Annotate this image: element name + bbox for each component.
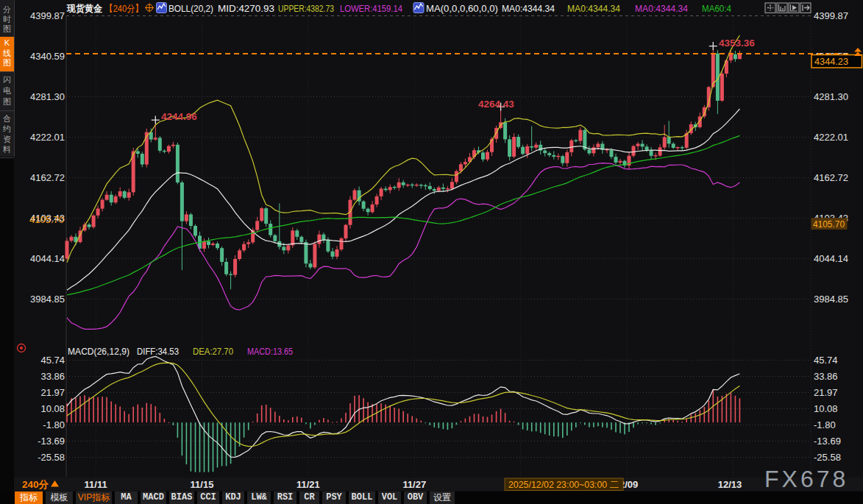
svg-text:33.86: 33.86 <box>814 371 838 382</box>
svg-text:-13.69: -13.69 <box>814 436 841 447</box>
svg-text:2025/12/02 23:00~03:00 二: 2025/12/02 23:00~03:00 二 <box>508 479 619 490</box>
svg-text:4244.96: 4244.96 <box>161 111 197 122</box>
svg-text:45.74: 45.74 <box>814 355 838 366</box>
svg-text:-1.80: -1.80 <box>43 419 65 430</box>
svg-text:4162.72: 4162.72 <box>814 172 848 183</box>
svg-text:-25.58: -25.58 <box>814 452 841 463</box>
svg-text:DEA:27.70: DEA:27.70 <box>193 347 233 357</box>
svg-text:【240分】: 【240分】 <box>105 3 143 14</box>
svg-text:-13.69: -13.69 <box>38 436 65 447</box>
svg-text:MA0:4344.34: MA0:4344.34 <box>502 4 555 14</box>
svg-text:33.86: 33.86 <box>40 371 65 382</box>
svg-text:4264.43: 4264.43 <box>478 99 514 110</box>
svg-text:4353.36: 4353.36 <box>719 38 755 49</box>
svg-text:4340.59: 4340.59 <box>30 51 65 62</box>
svg-text:11/11: 11/11 <box>85 479 107 490</box>
svg-text:3984.85: 3984.85 <box>814 294 848 305</box>
svg-text:4222.01: 4222.01 <box>30 132 65 143</box>
svg-text:4162.72: 4162.72 <box>30 172 65 183</box>
svg-text:4399.87: 4399.87 <box>814 10 848 21</box>
svg-text:21.97: 21.97 <box>814 387 838 398</box>
svg-text:240分: 240分 <box>22 479 49 490</box>
svg-text:UPPER:4382.73: UPPER:4382.73 <box>278 4 334 14</box>
svg-text:11/15: 11/15 <box>191 479 214 490</box>
svg-text:LOWER:4159.14: LOWER:4159.14 <box>340 4 402 14</box>
svg-text:现货黄金: 现货黄金 <box>66 3 103 14</box>
svg-text:21.97: 21.97 <box>40 387 65 398</box>
svg-text:4105.70: 4105.70 <box>29 214 64 225</box>
svg-text:4399.87: 4399.87 <box>30 10 65 21</box>
svg-text:11/27: 11/27 <box>402 479 426 490</box>
svg-text:3984.85: 3984.85 <box>30 294 65 305</box>
svg-text:MA(0,0,0,60,0,0): MA(0,0,0,60,0,0) <box>426 4 498 14</box>
svg-text:MACD:13.65: MACD:13.65 <box>247 347 293 357</box>
svg-text:-25.58: -25.58 <box>38 452 65 463</box>
svg-text:4344.23: 4344.23 <box>814 56 848 67</box>
svg-text:BOLL(20,2): BOLL(20,2) <box>168 4 213 14</box>
svg-text:-1.80: -1.80 <box>814 419 836 430</box>
svg-text:MA0:4344.34: MA0:4344.34 <box>635 4 688 14</box>
svg-text:4281.30: 4281.30 <box>814 91 848 102</box>
svg-text:MA0:4344.34: MA0:4344.34 <box>567 4 620 14</box>
svg-text:4105.70: 4105.70 <box>813 219 845 230</box>
svg-text:FX678: FX678 <box>764 466 848 492</box>
svg-text:4044.14: 4044.14 <box>814 253 848 264</box>
svg-text:4281.30: 4281.30 <box>30 91 65 102</box>
svg-text:12/13: 12/13 <box>718 479 742 490</box>
svg-text:4222.01: 4222.01 <box>814 132 848 143</box>
svg-text:11/21: 11/21 <box>296 479 320 490</box>
svg-text:10.08: 10.08 <box>814 403 838 414</box>
svg-text:MA60:4: MA60:4 <box>702 4 731 14</box>
svg-text:DIFF:34.53: DIFF:34.53 <box>137 347 179 357</box>
svg-text:MACD(26,12,9): MACD(26,12,9) <box>68 347 129 357</box>
svg-text:4044.14: 4044.14 <box>30 253 65 264</box>
svg-text:MID:4270.93: MID:4270.93 <box>218 4 274 14</box>
svg-text:45.74: 45.74 <box>40 355 65 366</box>
svg-text:10.08: 10.08 <box>40 403 65 414</box>
